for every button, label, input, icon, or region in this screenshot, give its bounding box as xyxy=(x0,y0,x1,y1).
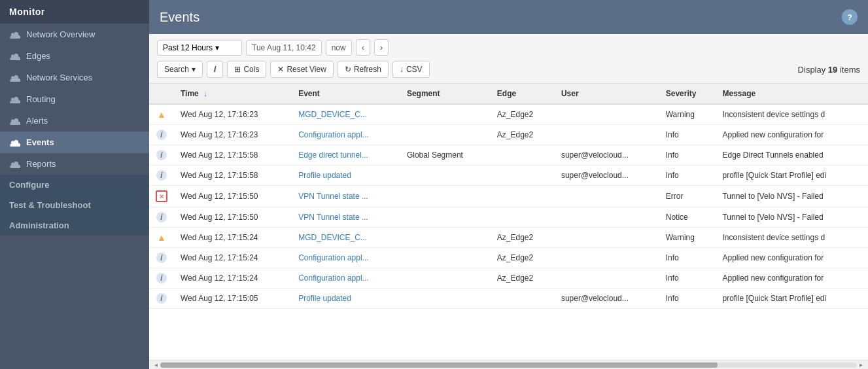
event-link[interactable]: Edge direct tunnel... xyxy=(298,150,368,160)
events-table: Time ↓ Event Segment Edge User Severity … xyxy=(149,84,868,309)
grid-icon: ⊞ xyxy=(234,65,241,74)
event-link[interactable]: VPN Tunnel state ... xyxy=(298,192,368,201)
severity-cell: Notice xyxy=(659,207,716,228)
toolbar-area: Past 12 Hours ▾ Tue Aug 11, 10:42 now ‹ … xyxy=(149,34,868,84)
event-cell[interactable]: Configuration appl... xyxy=(292,268,400,289)
event-link[interactable]: VPN Tunnel state ... xyxy=(298,213,368,222)
csv-button[interactable]: ↓ CSV xyxy=(392,61,430,78)
time-cell: Wed Aug 12, 17:15:50 xyxy=(174,186,292,207)
table-row[interactable]: i Wed Aug 12, 17:16:23 Configuration app… xyxy=(149,125,868,145)
time-cell: Wed Aug 12, 17:15:05 xyxy=(174,289,292,309)
event-cell[interactable]: MGD_DEVICE_C... xyxy=(292,228,400,248)
sidebar-item-network-services[interactable]: Network Services xyxy=(0,67,149,88)
cols-button[interactable]: ⊞ Cols xyxy=(227,61,266,78)
segment-cell xyxy=(400,289,491,309)
message-cell: profile [Quick Start Profile] edi xyxy=(716,166,868,186)
events-table-container[interactable]: Time ↓ Event Segment Edge User Severity … xyxy=(149,84,868,360)
info-icon: i xyxy=(156,273,167,283)
event-link[interactable]: Configuration appl... xyxy=(298,253,368,262)
chevron-down-icon: ▾ xyxy=(192,65,196,74)
user-cell xyxy=(555,104,659,125)
warning-icon: ▲ xyxy=(157,232,166,243)
horizontal-scrollbar[interactable]: ◂ ▸ xyxy=(149,360,868,369)
user-cell xyxy=(555,186,659,207)
cloud-icon xyxy=(9,31,21,39)
event-cell[interactable]: Profile updated xyxy=(292,166,400,186)
info-icon: i xyxy=(156,150,167,160)
table-row[interactable]: i Wed Aug 12, 17:15:58 Edge direct tunne… xyxy=(149,145,868,166)
icon-cell: ▲ xyxy=(149,104,174,125)
sidebar-section-test[interactable]: Test & Troubleshoot xyxy=(0,195,149,215)
col-edge[interactable]: Edge xyxy=(491,84,555,104)
table-row[interactable]: i Wed Aug 12, 17:15:24 Configuration app… xyxy=(149,268,868,289)
table-row[interactable]: i Wed Aug 12, 17:15:58 Profile updated s… xyxy=(149,166,868,186)
col-severity[interactable]: Severity xyxy=(659,84,716,104)
prev-time-button[interactable]: ‹ xyxy=(356,39,370,56)
col-user[interactable]: User xyxy=(555,84,659,104)
time-cell: Wed Aug 12, 17:15:50 xyxy=(174,207,292,228)
page-header: Events ? xyxy=(149,0,868,34)
event-cell[interactable]: MGD_DEVICE_C... xyxy=(292,104,400,125)
time-cell: Wed Aug 12, 17:15:24 xyxy=(174,228,292,248)
event-link[interactable]: MGD_DEVICE_C... xyxy=(298,233,367,242)
scrollbar-track[interactable] xyxy=(160,362,857,368)
sidebar-item-routing[interactable]: Routing xyxy=(0,88,149,110)
event-link[interactable]: Profile updated xyxy=(298,171,351,180)
event-cell[interactable]: Configuration appl... xyxy=(292,125,400,145)
sidebar-item-events[interactable]: Events xyxy=(0,132,149,153)
cloud-icon xyxy=(9,160,21,168)
event-cell[interactable]: Profile updated xyxy=(292,289,400,309)
event-link[interactable]: MGD_DEVICE_C... xyxy=(298,110,367,119)
icon-cell: i xyxy=(149,125,174,145)
severity-cell: Info xyxy=(659,125,716,145)
search-button[interactable]: Search ▾ xyxy=(157,61,203,78)
col-time[interactable]: Time ↓ xyxy=(174,84,292,104)
segment-cell xyxy=(400,228,491,248)
reset-view-button[interactable]: ✕ Reset View xyxy=(270,61,333,78)
icon-cell: i xyxy=(149,145,174,166)
info-button[interactable]: i xyxy=(207,61,223,78)
scrollbar-thumb[interactable] xyxy=(160,362,718,368)
table-row[interactable]: i Wed Aug 12, 17:15:50 VPN Tunnel state … xyxy=(149,207,868,228)
table-row[interactable]: ▲ Wed Aug 12, 17:16:23 MGD_DEVICE_C... A… xyxy=(149,104,868,125)
col-segment[interactable]: Segment xyxy=(400,84,491,104)
segment-cell: Global Segment xyxy=(400,145,491,166)
next-time-button[interactable]: › xyxy=(374,39,389,56)
table-row[interactable]: ✕ Wed Aug 12, 17:15:50 VPN Tunnel state … xyxy=(149,186,868,207)
sidebar-item-network-overview[interactable]: Network Overview xyxy=(0,24,149,45)
time-range-dropdown[interactable]: Past 12 Hours ▾ xyxy=(157,40,242,56)
scroll-left-icon[interactable]: ◂ xyxy=(152,361,160,368)
message-cell: profile [Quick Start Profile] edi xyxy=(716,289,868,309)
sidebar-section-configure[interactable]: Configure xyxy=(0,175,149,195)
sidebar-item-reports[interactable]: Reports xyxy=(0,153,149,175)
table-row[interactable]: ▲ Wed Aug 12, 17:15:24 MGD_DEVICE_C... A… xyxy=(149,228,868,248)
event-cell[interactable]: VPN Tunnel state ... xyxy=(292,186,400,207)
scroll-right-icon[interactable]: ▸ xyxy=(857,361,865,368)
col-message[interactable]: Message xyxy=(716,84,868,104)
event-link[interactable]: Configuration appl... xyxy=(298,273,368,283)
col-event[interactable]: Event xyxy=(292,84,400,104)
sidebar-item-edges[interactable]: Edges xyxy=(0,45,149,67)
sidebar-section-admin[interactable]: Administration xyxy=(0,215,149,236)
sidebar-item-label: Reports xyxy=(26,159,56,169)
start-time-display: Tue Aug 11, 10:42 xyxy=(246,40,322,56)
event-link[interactable]: Configuration appl... xyxy=(298,130,368,139)
search-label: Search xyxy=(164,65,189,74)
segment-cell xyxy=(400,186,491,207)
refresh-button[interactable]: ↻ Refresh xyxy=(338,61,389,78)
cloud-icon xyxy=(9,96,21,103)
user-cell xyxy=(555,207,659,228)
message-cell: Edge Direct Tunnels enabled xyxy=(716,145,868,166)
table-row[interactable]: i Wed Aug 12, 17:15:05 Profile updated s… xyxy=(149,289,868,309)
refresh-icon: ↻ xyxy=(345,65,351,74)
event-cell[interactable]: VPN Tunnel state ... xyxy=(292,207,400,228)
event-cell[interactable]: Configuration appl... xyxy=(292,248,400,268)
cloud-icon xyxy=(9,139,21,147)
help-button[interactable]: ? xyxy=(842,9,858,25)
segment-cell xyxy=(400,166,491,186)
sidebar-item-alerts[interactable]: Alerts xyxy=(0,110,149,132)
event-cell[interactable]: Edge direct tunnel... xyxy=(292,145,400,166)
table-row[interactable]: i Wed Aug 12, 17:15:24 Configuration app… xyxy=(149,248,868,268)
event-link[interactable]: Profile updated xyxy=(298,294,351,303)
table-header-row: Time ↓ Event Segment Edge User Severity … xyxy=(149,84,868,104)
